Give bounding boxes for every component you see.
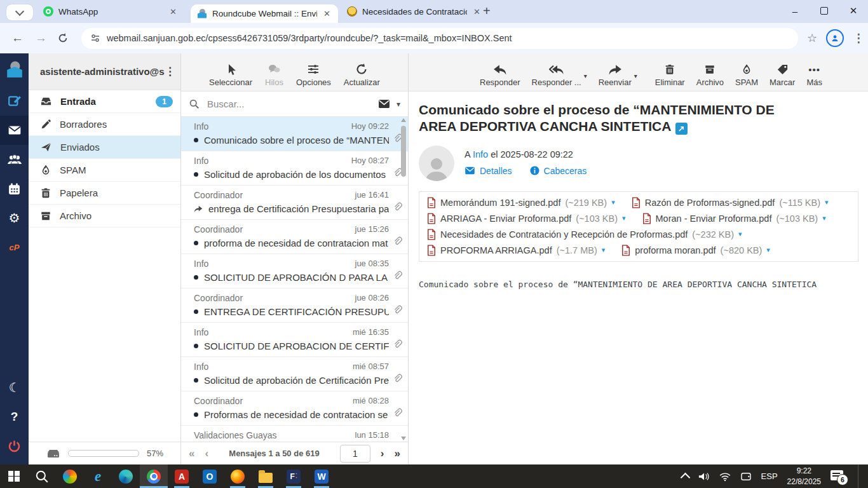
search-input[interactable] [206, 98, 372, 110]
browser-profile-button[interactable] [826, 29, 844, 47]
taskbar-copilot[interactable] [56, 464, 84, 488]
taskbar-acrobat[interactable]: A [168, 464, 196, 488]
list-item[interactable]: Infomié 08:57 Solicitud de aprobación de… [181, 357, 408, 391]
back-button[interactable]: ← [11, 31, 24, 45]
attachment-menu-caret[interactable]: ▾ [822, 214, 826, 222]
attachment-chip[interactable]: PROFORMA ARRIAGA.pdf (~1.7 MB) ▾ [427, 245, 605, 256]
first-page-button[interactable]: « [189, 447, 194, 460]
tab-whatsapp[interactable]: WhatsApp ✕ [37, 0, 184, 23]
forward-button[interactable]: Reenviar ▾ [599, 64, 637, 87]
notification-center-button[interactable]: 6 [831, 470, 844, 483]
window-minimize-button[interactable]: – [780, 0, 810, 22]
taskbar-search-button[interactable] [28, 464, 56, 488]
show-desktop-button[interactable] [858, 464, 862, 488]
prev-page-button[interactable]: ‹ [205, 447, 208, 460]
refresh-button[interactable]: Actualizar [344, 63, 380, 87]
dark-mode-button[interactable]: ☾ [0, 373, 29, 402]
scroll-down-icon[interactable] [401, 437, 406, 440]
headers-link[interactable]: Cabeceras [544, 166, 587, 176]
taskbar-chrome-active[interactable] [140, 464, 168, 488]
attachment-menu-caret[interactable]: ▾ [766, 246, 770, 254]
tray-expand-icon[interactable] [680, 473, 690, 483]
list-item[interactable]: Coordinadorjue 16:41 entrega de Certific… [181, 186, 408, 220]
close-tab-icon[interactable]: ✕ [168, 7, 178, 17]
list-item[interactable]: Validaciones Guayaslun 15:18 [181, 426, 408, 442]
close-tab-icon[interactable]: ✕ [472, 7, 482, 17]
rail-item-settings[interactable]: ⚙ [0, 203, 29, 233]
account-menu-button[interactable]: ⋮ [165, 65, 175, 78]
search-scope-mail-icon[interactable] [378, 99, 390, 109]
compose-button[interactable] [0, 86, 29, 116]
details-link[interactable]: Detalles [480, 166, 512, 176]
list-item[interactable]: Coordinadormié 08:28 Proformas de necesi… [181, 391, 408, 426]
threads-button[interactable]: Hilos [265, 63, 283, 87]
attachment-menu-caret[interactable]: ▾ [825, 198, 829, 207]
select-button[interactable]: Seleccionar [209, 63, 252, 87]
attachment-chip[interactable]: Necesidades de Contratación y Recepción … [427, 229, 742, 240]
help-button[interactable]: ? [0, 402, 29, 431]
reply-all-button[interactable]: Responder ... ▾ [532, 64, 587, 87]
attachment-chip[interactable]: Memorándum 191-signed.pdf (~219 KB) ▾ [427, 197, 615, 208]
list-item[interactable]: InfoHoy 08:27 Solicitud de aprobación de… [181, 151, 408, 186]
close-tab-icon[interactable]: ✕ [322, 9, 332, 18]
scrollbar-thumb[interactable] [401, 126, 406, 177]
browser-menu-button[interactable]: ⋮ [853, 31, 864, 45]
folder-enviados[interactable]: Enviados [29, 136, 180, 159]
open-external-icon[interactable] [675, 123, 688, 135]
wifi-icon[interactable] [719, 472, 731, 481]
recipient-link[interactable]: Info [473, 149, 488, 159]
reply-all-caret[interactable]: ▾ [584, 72, 587, 79]
search-options-caret[interactable]: ▾ [397, 100, 400, 109]
folder-papelera[interactable]: Papelera [29, 182, 180, 205]
tab-necesidades[interactable]: Necesidades de Contratación y ✕ [341, 0, 488, 23]
taskbar-firefox[interactable] [224, 464, 252, 488]
clock[interactable]: 9:22 22/8/2025 [787, 466, 821, 486]
attachment-chip[interactable]: proforma moran.pdf (~820 KB) ▾ [621, 245, 770, 256]
attachment-chip[interactable]: ARRIAGA - Enviar Proforma.pdf (~103 KB) … [427, 213, 626, 224]
cast-screen-icon[interactable] [740, 472, 752, 481]
tab-search-button[interactable] [6, 4, 33, 20]
attachment-menu-caret[interactable]: ▾ [602, 246, 606, 254]
taskbar-outlook[interactable]: O [196, 464, 224, 488]
volume-icon[interactable] [698, 471, 710, 482]
spam-button[interactable]: SPAM [735, 64, 758, 87]
start-button[interactable] [0, 464, 28, 488]
taskbar-edge[interactable] [112, 464, 140, 488]
folder-spam[interactable]: SPAM [29, 159, 180, 182]
more-button[interactable]: ••• Más [806, 64, 822, 87]
cpanel-button[interactable]: cP [0, 233, 29, 262]
taskbar-internet-explorer[interactable]: e [84, 464, 112, 488]
rail-item-calendar[interactable] [0, 174, 29, 203]
list-scrollbar[interactable] [400, 117, 407, 442]
mark-button[interactable]: Marcar [770, 64, 795, 87]
attachment-menu-caret[interactable]: ▾ [738, 230, 742, 238]
rail-item-contacts[interactable] [0, 145, 29, 174]
address-bar[interactable]: webmail.sanjuan.gob.ec/cpsess6426731059/… [81, 28, 798, 49]
list-item[interactable]: Infomié 16:35 SOLICITUD DE APROBACION DE… [181, 323, 408, 357]
page-number-input[interactable] [340, 445, 370, 463]
window-close-button[interactable]: ✕ [839, 0, 868, 22]
list-item[interactable]: Coordinadorjue 15:26 proforma de necesid… [181, 220, 408, 254]
archive-button[interactable]: Archivo [696, 64, 724, 87]
last-page-button[interactable]: » [395, 447, 400, 460]
attachment-menu-caret[interactable]: ▾ [622, 214, 626, 222]
attachment-chip[interactable]: Razón de Proformas-signed.pdf (~115 KB) … [632, 197, 829, 208]
list-item[interactable]: Coordinadorjue 08:26 ENTREGA DE CERTIFIC… [181, 288, 408, 323]
bookmark-star-button[interactable]: ☆ [807, 31, 817, 45]
language-indicator[interactable]: ESP [761, 471, 778, 481]
list-item[interactable]: InfoHoy 09:22 Comunicado sobre el proces… [181, 117, 408, 151]
next-page-button[interactable]: › [381, 447, 384, 460]
reload-button[interactable] [57, 32, 69, 44]
tab-roundcube-active[interactable]: Roundcube Webmail :: Enviados ✕ [191, 4, 338, 23]
attachment-menu-caret[interactable]: ▾ [611, 198, 615, 207]
delete-button[interactable]: Eliminar [655, 64, 685, 87]
new-tab-button[interactable]: + [483, 4, 491, 18]
forward-button[interactable]: → [35, 31, 47, 45]
taskbar-file-explorer[interactable] [252, 464, 280, 488]
taskbar-word[interactable]: W [308, 464, 336, 488]
folder-archivo[interactable]: Archivo [29, 205, 180, 227]
scroll-up-icon[interactable] [401, 118, 406, 122]
window-maximize-button[interactable] [810, 0, 839, 22]
folder-entrada[interactable]: Entrada 1 [29, 90, 180, 113]
taskbar-forticlient[interactable]: F⁚ [280, 464, 308, 488]
